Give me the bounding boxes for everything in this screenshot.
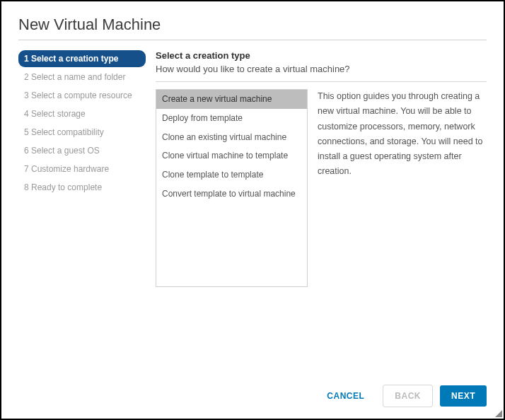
wizard-main: Select a creation type How would you lik… xyxy=(156,50,487,375)
step-3[interactable]: 3 Select a compute resource xyxy=(18,87,146,104)
back-button: BACK xyxy=(383,385,433,407)
wizard-footer: CANCEL BACK NEXT xyxy=(18,375,487,407)
step-5[interactable]: 5 Select compatibility xyxy=(18,124,146,141)
option-clone-to-template[interactable]: Clone virtual machine to template xyxy=(156,146,307,165)
creation-type-listbox[interactable]: Create a new virtual machine Deploy from… xyxy=(156,89,308,287)
step-7[interactable]: 7 Customize hardware xyxy=(18,161,146,177)
option-clone-existing[interactable]: Clone an existing virtual machine xyxy=(156,128,307,147)
step-4[interactable]: 4 Select storage xyxy=(18,105,146,122)
creation-type-options: Create a new virtual machine Deploy from… xyxy=(156,90,307,286)
step-6[interactable]: 6 Select a guest OS xyxy=(18,142,146,159)
option-description: This option guides you through creating … xyxy=(318,89,487,375)
resize-handle-icon[interactable] xyxy=(495,410,502,417)
next-button[interactable]: NEXT xyxy=(440,385,487,407)
wizard-title: New Virtual Machine xyxy=(18,16,487,34)
cancel-button[interactable]: CANCEL xyxy=(315,385,376,407)
wizard-body: 1 Select a creation type 2 Select a name… xyxy=(18,50,487,375)
step-8[interactable]: 8 Ready to complete xyxy=(18,179,146,196)
wizard-steps: 1 Select a creation type 2 Select a name… xyxy=(18,50,146,375)
option-convert-template[interactable]: Convert template to virtual machine xyxy=(156,185,307,204)
step-heading: Select a creation type xyxy=(156,50,487,61)
option-create-new[interactable]: Create a new virtual machine xyxy=(156,90,307,109)
title-divider xyxy=(18,40,487,40)
step-2[interactable]: 2 Select a name and folder xyxy=(18,69,146,86)
option-clone-template-template[interactable]: Clone template to template xyxy=(156,165,307,185)
subheading-divider xyxy=(156,81,487,82)
step-1[interactable]: 1 Select a creation type xyxy=(18,50,146,67)
step-subheading: How would you like to create a virtual m… xyxy=(156,64,487,74)
option-row: Create a new virtual machine Deploy from… xyxy=(156,89,487,375)
option-deploy-template[interactable]: Deploy from template xyxy=(156,109,307,128)
